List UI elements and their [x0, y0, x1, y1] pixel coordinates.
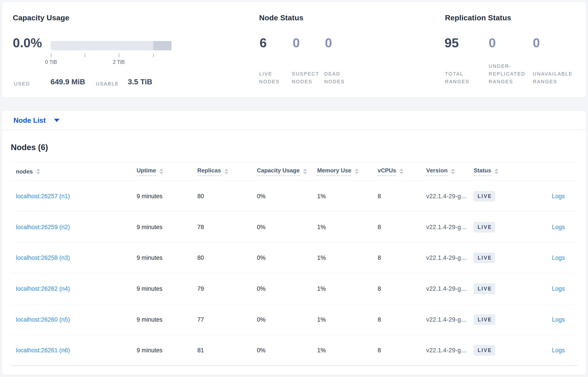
sort-icon [159, 169, 163, 174]
vcpus-cell: 8 [378, 347, 381, 354]
logs-link[interactable]: Logs [552, 224, 565, 230]
column-header-memory-use[interactable]: Memory Use [317, 167, 359, 176]
sort-icon [224, 169, 228, 174]
logs-link[interactable]: Logs [552, 193, 565, 200]
capacity-cell: 0% [257, 193, 266, 200]
status-badge: LIVE [474, 252, 495, 263]
node-link[interactable]: localhost:26257 (n1) [16, 193, 70, 200]
vcpus-cell: 8 [378, 193, 381, 200]
version-cell: v22.1.4-29-g… [426, 193, 467, 200]
table-row-n5: localhost:26260 (n5) 9 minutes 77 0% 1% … [2, 304, 586, 335]
memory-cell: 1% [317, 193, 326, 200]
total-ranges-value: 95 [445, 35, 459, 50]
uptime-cell: 9 minutes [137, 224, 163, 230]
version-cell: v22.1.4-29-g… [426, 255, 467, 261]
version-cell: v22.1.4-29-g… [426, 316, 467, 323]
column-header-version[interactable]: Version [426, 167, 455, 176]
live-nodes-label: LIVE NODES [259, 70, 292, 85]
status-cell: LIVE [474, 191, 495, 201]
gauge-tick [153, 54, 154, 57]
column-header-vcpus[interactable]: vCPUs [378, 167, 403, 176]
logs-link[interactable]: Logs [552, 347, 565, 354]
usable-value: 3.5 TiB [128, 77, 152, 86]
column-header-uptime[interactable]: Uptime [137, 167, 163, 176]
uptime-cell: 9 minutes [137, 255, 163, 261]
uptime-cell: 9 minutes [137, 285, 163, 292]
vcpus-cell: 8 [378, 316, 381, 323]
row-divider [11, 365, 577, 366]
capacity-gauge-bar [51, 41, 172, 50]
suspect-nodes-value: 0 [293, 35, 300, 50]
sort-icon [303, 169, 307, 174]
table-body: localhost:26257 (n1) 9 minutes 80 0% 1% … [2, 181, 586, 366]
node-link[interactable]: localhost:26262 (n4) [16, 285, 70, 292]
status-badge: LIVE [474, 283, 495, 294]
status-badge: LIVE [474, 314, 495, 325]
table-row-n1: localhost:26257 (n1) 9 minutes 80 0% 1% … [2, 181, 586, 212]
caret-down-icon [54, 119, 59, 122]
table-row-n6: localhost:26261 (n6) 9 minutes 81 0% 1% … [2, 335, 586, 366]
replicas-cell: 77 [197, 316, 204, 323]
logs-link[interactable]: Logs [552, 255, 565, 261]
memory-cell: 1% [317, 255, 326, 261]
capacity-usage-title: Capacity Usage [13, 13, 69, 22]
nodes-table-title: Nodes (6) [11, 143, 48, 152]
gauge-tick-label-0: 0 TiB [35, 59, 66, 65]
gauge-tick [51, 54, 51, 57]
column-header-status[interactable]: Status [474, 167, 498, 176]
node-link[interactable]: localhost:26258 (n3) [16, 255, 70, 261]
version-cell: v22.1.4-29-g… [426, 224, 467, 230]
node-link[interactable]: localhost:26260 (n5) [16, 316, 70, 323]
gauge-tick [85, 54, 85, 57]
uptime-cell: 9 minutes [137, 193, 163, 200]
dead-nodes-value: 0 [325, 35, 332, 50]
node-status-title: Node Status [259, 13, 304, 22]
live-nodes-value: 6 [259, 35, 267, 50]
table-row-n2: localhost:26259 (n2) 9 minutes 78 0% 1% … [2, 212, 586, 243]
under-replicated-ranges-label: UNDER-REPLICATED RANGES [489, 62, 531, 85]
cluster-overview-page: { "summary": { "capacity": { "title": "C… [0, 0, 588, 377]
replicas-cell: 79 [197, 285, 204, 292]
capacity-gauge-end-segment [153, 41, 172, 50]
column-header-nodes[interactable]: nodes [16, 168, 40, 175]
unavailable-ranges-value: 0 [533, 35, 540, 50]
sort-icon [355, 169, 359, 174]
status-badge: LIVE [474, 191, 495, 201]
capacity-cell: 0% [257, 255, 266, 261]
status-badge: LIVE [474, 222, 495, 232]
column-header-replicas[interactable]: Replicas [197, 167, 228, 176]
capacity-percent-value: 0.0% [13, 35, 42, 50]
logs-link[interactable]: Logs [552, 316, 565, 323]
view-selector-bar: Node List [2, 111, 586, 130]
capacity-cell: 0% [257, 285, 266, 292]
memory-cell: 1% [317, 316, 326, 323]
memory-cell: 1% [317, 224, 326, 230]
column-header-capacity-usage[interactable]: Capacity Usage [257, 167, 307, 176]
sort-icon [36, 169, 40, 174]
node-list-dropdown-label: Node List [13, 116, 46, 125]
logs-link[interactable]: Logs [552, 285, 565, 292]
gauge-tick-label-2: 2 TiB [103, 59, 134, 65]
node-list-dropdown[interactable]: Node List [13, 111, 59, 130]
capacity-cell: 0% [257, 224, 266, 230]
status-badge: LIVE [474, 345, 495, 356]
cluster-summary-card: Capacity Usage 0.0% 0 TiB 2 TiB USED 649… [2, 2, 586, 98]
used-value: 649.9 MiB [50, 77, 85, 86]
capacity-cell: 0% [257, 316, 266, 323]
used-label: USED [14, 81, 30, 87]
usable-label: USABLE [96, 81, 119, 87]
uptime-cell: 9 minutes [137, 347, 163, 354]
node-link[interactable]: localhost:26261 (n6) [16, 347, 70, 354]
uptime-cell: 9 minutes [137, 316, 163, 323]
vcpus-cell: 8 [378, 224, 381, 230]
replicas-cell: 80 [197, 255, 204, 261]
status-cell: LIVE [474, 222, 495, 232]
under-replicated-ranges-value: 0 [489, 35, 496, 50]
gauge-tick [119, 54, 119, 57]
table-row-n3: localhost:26258 (n3) 9 minutes 80 0% 1% … [2, 242, 586, 273]
node-link[interactable]: localhost:26259 (n2) [16, 224, 70, 230]
memory-cell: 1% [317, 285, 326, 292]
version-cell: v22.1.4-29-g… [426, 347, 467, 354]
replication-status-title: Replication Status [445, 13, 511, 22]
table-header-row: nodes Uptime Replicas Capacity Usage Mem… [2, 162, 586, 181]
